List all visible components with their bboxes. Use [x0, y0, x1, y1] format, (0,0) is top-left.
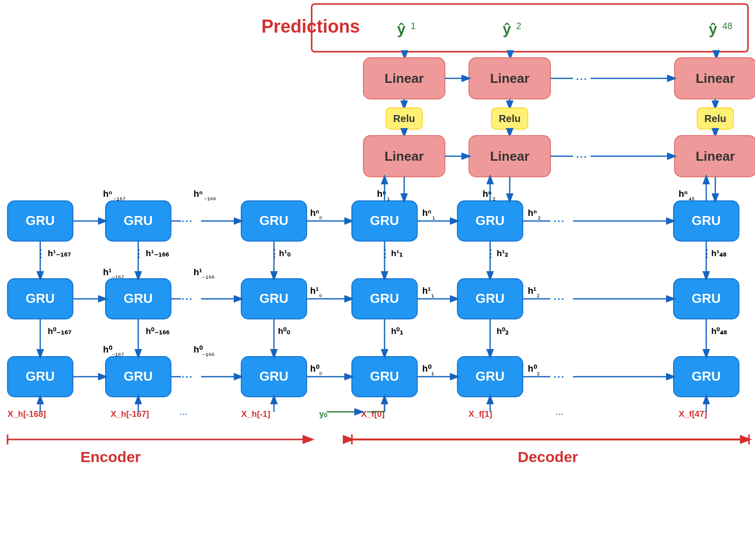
h0-2-side: h⁰ — [528, 364, 537, 374]
gru-dec-n-last-label: GRU — [692, 213, 721, 228]
h0-2-side-sub: ₂ — [537, 368, 540, 376]
dots-gru-enc-n: ··· — [181, 212, 193, 228]
hn-166-label: hⁿ — [194, 189, 203, 199]
y1-subscript: 1 — [411, 21, 416, 31]
y0-label: y₀ — [319, 409, 327, 419]
h0-167-sub: ₋₁₆₇ — [112, 349, 124, 357]
h1-0-label: h¹ — [310, 286, 319, 296]
h0-1-between: h⁰₁ — [391, 326, 403, 336]
hn-2-top-sub: ₂ — [493, 193, 496, 201]
gru-enc-0-1-label: GRU — [26, 369, 55, 384]
h1-1-side: h¹ — [422, 286, 431, 296]
h1-166-label: h¹ — [194, 267, 202, 277]
x-f47-label: X_f[47] — [679, 409, 707, 419]
relu-3-label: Relu — [704, 113, 726, 124]
gru-enc-0-2-label: GRU — [124, 369, 153, 384]
dots-gru-dec-n: ··· — [553, 212, 564, 228]
linear-bot-2-label: Linear — [490, 149, 529, 164]
linear-top-2-label: Linear — [490, 71, 529, 86]
gru-enc-n-last-label: GRU — [259, 213, 289, 228]
encoder-label: Encoder — [80, 449, 141, 465]
h1-166-between: h¹₋₁₆₆ — [146, 249, 169, 258]
h0-48-between: h⁰₄₈ — [711, 326, 727, 336]
h1-48-between: h¹₄₈ — [711, 249, 726, 258]
h1-167-between: h¹₋₁₆₇ — [48, 249, 71, 258]
y2-subscript: 2 — [516, 21, 521, 31]
h1-0-sub: ₀ — [319, 290, 322, 298]
linear-top-3-label: Linear — [696, 71, 735, 86]
dots-gru-dec-0: ··· — [553, 368, 564, 384]
hn-48-top-sub: ₄₈ — [689, 193, 695, 201]
gru-enc-n-1-label: GRU — [26, 213, 55, 228]
y2-hat: ŷ — [503, 21, 511, 37]
hn-167-label: hⁿ — [103, 189, 112, 199]
linear-bot-3-label: Linear — [696, 149, 735, 164]
gru-enc-0-last-label: GRU — [259, 369, 289, 384]
x-h167-label: X_h[-167] — [111, 409, 149, 419]
y48-subscript: 48 — [722, 21, 732, 31]
h1-1-side-sub: ₁ — [431, 290, 434, 298]
h0-0-label: h⁰ — [310, 364, 320, 374]
gru-dec-0-last-label: GRU — [692, 369, 721, 384]
gru-enc-n-2-label: GRU — [124, 213, 153, 228]
hn-2-side-label: hⁿ — [528, 208, 537, 218]
h0-2-between: h⁰₂ — [497, 326, 509, 336]
hn-2-side-sub: ₂ — [538, 212, 541, 220]
hn-1-side-sub: ₁ — [432, 212, 435, 220]
hn-167-sub: ₋₁₆₇ — [113, 193, 126, 201]
decoder-label: Decoder — [518, 449, 578, 465]
predictions-label: Predictions — [261, 16, 360, 37]
gru-dec-0-1-label: GRU — [370, 369, 399, 384]
x-h1-label: X_h[-1] — [241, 409, 270, 419]
hn-0-sub: ₀ — [319, 212, 322, 220]
hn-1-top-sub: ₁ — [387, 193, 390, 201]
dots-gru-dec-1: ··· — [553, 290, 564, 306]
linear-bot-1-label: Linear — [385, 149, 424, 164]
h1-166-sub: ₋₁₆₆ — [202, 272, 215, 280]
y48-hat: ŷ — [709, 21, 717, 37]
predictions-box — [312, 4, 748, 52]
x-f-dots-label: ··· — [555, 408, 564, 419]
diagram-container: Predictions ŷ 1 ŷ 2 ŷ 48 Linear Linear ·… — [0, 0, 755, 560]
h1-2-side-sub: ₂ — [537, 290, 540, 298]
h1-2-side: h¹ — [528, 286, 536, 296]
h1-0-between: h¹₀ — [279, 249, 291, 258]
gru-dec-n-2-label: GRU — [476, 213, 505, 228]
gru-enc-1-2-label: GRU — [124, 291, 153, 306]
y1-hat: ŷ — [397, 21, 406, 37]
h0-1-side: h⁰ — [422, 364, 432, 374]
h0-1-side-sub: ₁ — [431, 368, 434, 376]
h0-166-between: h⁰₋₁₆₆ — [146, 326, 169, 336]
gru-enc-1-1-label: GRU — [26, 291, 55, 306]
hn-48-top-label: hⁿ — [679, 189, 688, 199]
x-f0-label: X_f[0] — [361, 409, 385, 419]
gru-dec-1-last-label: GRU — [692, 291, 721, 306]
x-f1-label: X_f[1] — [468, 409, 492, 419]
h0-0-sub: ₀ — [319, 368, 322, 376]
relu-1-label: Relu — [393, 113, 415, 124]
hn-0-label: hⁿ — [310, 208, 319, 218]
gru-dec-1-1-label: GRU — [370, 291, 399, 306]
gru-dec-0-2-label: GRU — [476, 369, 505, 384]
h1-1-between: h¹₁ — [391, 249, 403, 258]
h0-167-between: h⁰₋₁₆₇ — [48, 326, 71, 336]
dots-linear-top: ··· — [576, 70, 587, 86]
gru-enc-1-last-label: GRU — [259, 291, 289, 306]
gru-dec-1-2-label: GRU — [476, 291, 505, 306]
dots-gru-enc-0: ··· — [181, 368, 193, 384]
x-dots-label: ··· — [179, 408, 188, 419]
linear-top-1-label: Linear — [385, 71, 424, 86]
relu-2-label: Relu — [499, 113, 520, 124]
h0-166-sub: ₋₁₆₆ — [202, 349, 215, 357]
dots-linear-bot: ··· — [576, 148, 587, 164]
h1-167-label: h¹ — [103, 267, 112, 277]
h1-2-between: h¹₂ — [497, 249, 508, 258]
dots-gru-enc-1: ··· — [181, 290, 193, 306]
hn-166-sub: ₋₁₆₆ — [204, 193, 216, 201]
hn-1-side-label: hⁿ — [422, 208, 431, 218]
h0-0-between: h⁰₀ — [278, 326, 290, 336]
gru-dec-n-1-label: GRU — [370, 213, 399, 228]
